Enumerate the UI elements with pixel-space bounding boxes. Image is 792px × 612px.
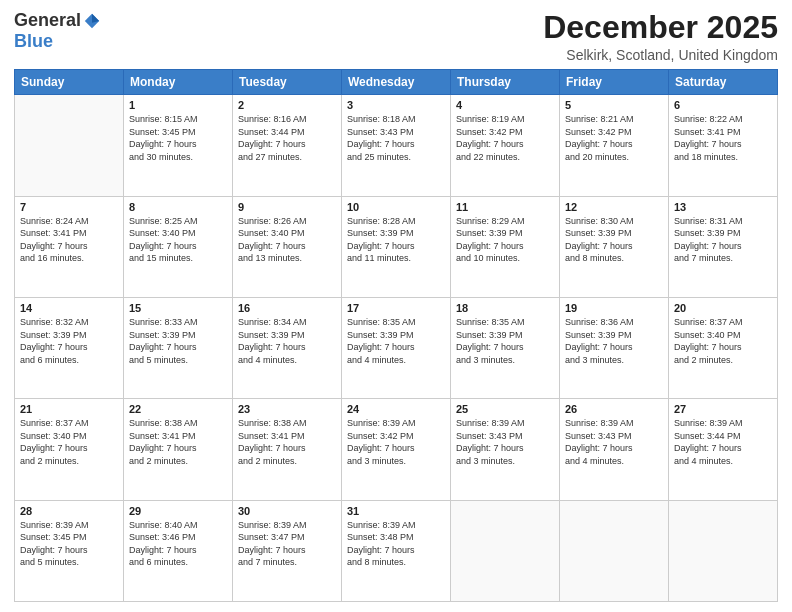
day-info: Sunrise: 8:39 AMSunset: 3:47 PMDaylight:… [238, 519, 336, 569]
day-number: 19 [565, 302, 663, 314]
day-number: 23 [238, 403, 336, 415]
day-cell: 10Sunrise: 8:28 AMSunset: 3:39 PMDayligh… [342, 196, 451, 297]
header-friday: Friday [560, 70, 669, 95]
day-number: 12 [565, 201, 663, 213]
day-number: 15 [129, 302, 227, 314]
day-info: Sunrise: 8:16 AMSunset: 3:44 PMDaylight:… [238, 113, 336, 163]
day-cell [15, 95, 124, 196]
day-cell: 8Sunrise: 8:25 AMSunset: 3:40 PMDaylight… [124, 196, 233, 297]
day-info: Sunrise: 8:37 AMSunset: 3:40 PMDaylight:… [674, 316, 772, 366]
day-cell: 12Sunrise: 8:30 AMSunset: 3:39 PMDayligh… [560, 196, 669, 297]
week-row-5: 28Sunrise: 8:39 AMSunset: 3:45 PMDayligh… [15, 500, 778, 601]
day-cell: 3Sunrise: 8:18 AMSunset: 3:43 PMDaylight… [342, 95, 451, 196]
title-block: December 2025 Selkirk, Scotland, United … [543, 10, 778, 63]
day-number: 24 [347, 403, 445, 415]
day-cell: 29Sunrise: 8:40 AMSunset: 3:46 PMDayligh… [124, 500, 233, 601]
day-cell [451, 500, 560, 601]
day-number: 3 [347, 99, 445, 111]
calendar-table: Sunday Monday Tuesday Wednesday Thursday… [14, 69, 778, 602]
day-info: Sunrise: 8:39 AMSunset: 3:43 PMDaylight:… [456, 417, 554, 467]
day-info: Sunrise: 8:30 AMSunset: 3:39 PMDaylight:… [565, 215, 663, 265]
day-cell: 14Sunrise: 8:32 AMSunset: 3:39 PMDayligh… [15, 297, 124, 398]
day-info: Sunrise: 8:39 AMSunset: 3:44 PMDaylight:… [674, 417, 772, 467]
page: General Blue December 2025 Selkirk, Scot… [0, 0, 792, 612]
day-info: Sunrise: 8:35 AMSunset: 3:39 PMDaylight:… [456, 316, 554, 366]
day-info: Sunrise: 8:39 AMSunset: 3:42 PMDaylight:… [347, 417, 445, 467]
day-info: Sunrise: 8:35 AMSunset: 3:39 PMDaylight:… [347, 316, 445, 366]
day-cell: 26Sunrise: 8:39 AMSunset: 3:43 PMDayligh… [560, 399, 669, 500]
day-info: Sunrise: 8:26 AMSunset: 3:40 PMDaylight:… [238, 215, 336, 265]
day-number: 25 [456, 403, 554, 415]
day-number: 22 [129, 403, 227, 415]
day-info: Sunrise: 8:39 AMSunset: 3:48 PMDaylight:… [347, 519, 445, 569]
day-info: Sunrise: 8:15 AMSunset: 3:45 PMDaylight:… [129, 113, 227, 163]
week-row-1: 1Sunrise: 8:15 AMSunset: 3:45 PMDaylight… [15, 95, 778, 196]
day-number: 5 [565, 99, 663, 111]
logo: General Blue [14, 10, 101, 52]
week-row-3: 14Sunrise: 8:32 AMSunset: 3:39 PMDayligh… [15, 297, 778, 398]
day-info: Sunrise: 8:40 AMSunset: 3:46 PMDaylight:… [129, 519, 227, 569]
header: General Blue December 2025 Selkirk, Scot… [14, 10, 778, 63]
day-cell: 30Sunrise: 8:39 AMSunset: 3:47 PMDayligh… [233, 500, 342, 601]
day-info: Sunrise: 8:38 AMSunset: 3:41 PMDaylight:… [129, 417, 227, 467]
header-wednesday: Wednesday [342, 70, 451, 95]
day-info: Sunrise: 8:32 AMSunset: 3:39 PMDaylight:… [20, 316, 118, 366]
day-info: Sunrise: 8:18 AMSunset: 3:43 PMDaylight:… [347, 113, 445, 163]
day-cell: 6Sunrise: 8:22 AMSunset: 3:41 PMDaylight… [669, 95, 778, 196]
day-number: 17 [347, 302, 445, 314]
day-cell: 5Sunrise: 8:21 AMSunset: 3:42 PMDaylight… [560, 95, 669, 196]
day-number: 8 [129, 201, 227, 213]
day-cell: 9Sunrise: 8:26 AMSunset: 3:40 PMDaylight… [233, 196, 342, 297]
day-number: 28 [20, 505, 118, 517]
day-number: 7 [20, 201, 118, 213]
week-row-4: 21Sunrise: 8:37 AMSunset: 3:40 PMDayligh… [15, 399, 778, 500]
header-tuesday: Tuesday [233, 70, 342, 95]
day-cell: 16Sunrise: 8:34 AMSunset: 3:39 PMDayligh… [233, 297, 342, 398]
day-number: 1 [129, 99, 227, 111]
day-number: 26 [565, 403, 663, 415]
day-cell: 11Sunrise: 8:29 AMSunset: 3:39 PMDayligh… [451, 196, 560, 297]
day-cell: 1Sunrise: 8:15 AMSunset: 3:45 PMDaylight… [124, 95, 233, 196]
day-info: Sunrise: 8:29 AMSunset: 3:39 PMDaylight:… [456, 215, 554, 265]
day-number: 16 [238, 302, 336, 314]
location-text: Selkirk, Scotland, United Kingdom [543, 47, 778, 63]
day-number: 20 [674, 302, 772, 314]
day-cell: 21Sunrise: 8:37 AMSunset: 3:40 PMDayligh… [15, 399, 124, 500]
day-info: Sunrise: 8:39 AMSunset: 3:43 PMDaylight:… [565, 417, 663, 467]
day-cell: 2Sunrise: 8:16 AMSunset: 3:44 PMDaylight… [233, 95, 342, 196]
day-number: 31 [347, 505, 445, 517]
day-number: 14 [20, 302, 118, 314]
day-info: Sunrise: 8:34 AMSunset: 3:39 PMDaylight:… [238, 316, 336, 366]
logo-icon [83, 12, 101, 30]
weekday-header-row: Sunday Monday Tuesday Wednesday Thursday… [15, 70, 778, 95]
day-info: Sunrise: 8:33 AMSunset: 3:39 PMDaylight:… [129, 316, 227, 366]
day-number: 30 [238, 505, 336, 517]
day-cell: 4Sunrise: 8:19 AMSunset: 3:42 PMDaylight… [451, 95, 560, 196]
day-info: Sunrise: 8:38 AMSunset: 3:41 PMDaylight:… [238, 417, 336, 467]
day-cell: 31Sunrise: 8:39 AMSunset: 3:48 PMDayligh… [342, 500, 451, 601]
day-number: 11 [456, 201, 554, 213]
day-number: 10 [347, 201, 445, 213]
day-info: Sunrise: 8:24 AMSunset: 3:41 PMDaylight:… [20, 215, 118, 265]
header-sunday: Sunday [15, 70, 124, 95]
day-number: 21 [20, 403, 118, 415]
day-info: Sunrise: 8:37 AMSunset: 3:40 PMDaylight:… [20, 417, 118, 467]
day-number: 29 [129, 505, 227, 517]
header-thursday: Thursday [451, 70, 560, 95]
day-number: 18 [456, 302, 554, 314]
day-cell: 25Sunrise: 8:39 AMSunset: 3:43 PMDayligh… [451, 399, 560, 500]
day-info: Sunrise: 8:25 AMSunset: 3:40 PMDaylight:… [129, 215, 227, 265]
day-info: Sunrise: 8:21 AMSunset: 3:42 PMDaylight:… [565, 113, 663, 163]
day-cell [669, 500, 778, 601]
day-cell: 7Sunrise: 8:24 AMSunset: 3:41 PMDaylight… [15, 196, 124, 297]
week-row-2: 7Sunrise: 8:24 AMSunset: 3:41 PMDaylight… [15, 196, 778, 297]
day-info: Sunrise: 8:36 AMSunset: 3:39 PMDaylight:… [565, 316, 663, 366]
day-cell: 24Sunrise: 8:39 AMSunset: 3:42 PMDayligh… [342, 399, 451, 500]
day-cell: 15Sunrise: 8:33 AMSunset: 3:39 PMDayligh… [124, 297, 233, 398]
logo-general-text: General [14, 10, 81, 31]
day-number: 13 [674, 201, 772, 213]
day-cell [560, 500, 669, 601]
logo-blue-text: Blue [14, 31, 53, 51]
day-cell: 13Sunrise: 8:31 AMSunset: 3:39 PMDayligh… [669, 196, 778, 297]
day-number: 6 [674, 99, 772, 111]
